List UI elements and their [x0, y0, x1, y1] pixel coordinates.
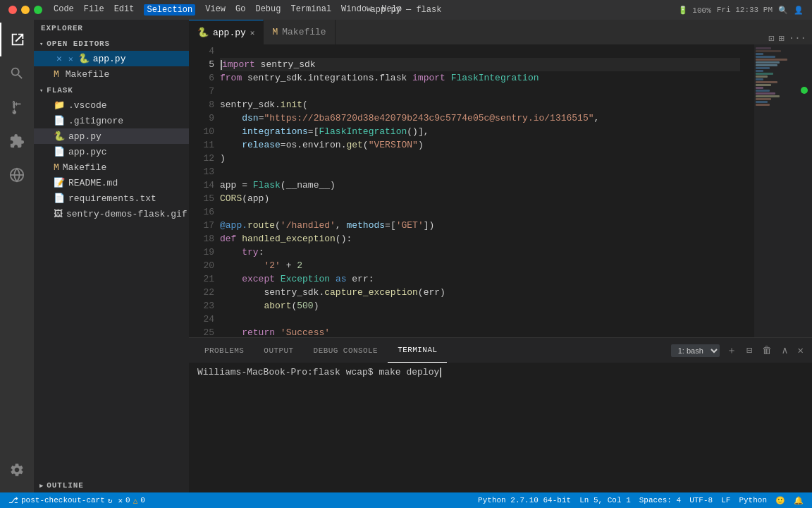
tab-terminal[interactable]: TERMINAL: [388, 338, 447, 363]
code-line-25: return 'Success': [220, 326, 740, 337]
encoding-label: UTF-8: [689, 496, 713, 504]
tab-debug-console[interactable]: DEBUG CONSOLE: [304, 338, 388, 363]
menu-selection[interactable]: Selection: [144, 4, 195, 16]
flask-folder-title[interactable]: ▾ FLASK: [34, 82, 189, 97]
tab-output[interactable]: OUTPUT: [254, 338, 303, 363]
tab-apppy[interactable]: 🐍 app.py ✕: [189, 20, 264, 44]
menu-view[interactable]: View: [205, 4, 226, 16]
tab-problems[interactable]: PROBLEMS: [195, 338, 254, 363]
terminal-shell-select[interactable]: 1: bash: [671, 344, 720, 357]
gitignore-label: .gitignore: [68, 116, 123, 126]
code-line-11: release=os.environ.get("VERSION"): [220, 138, 740, 152]
terminal-content[interactable]: Williams-MacBook-Pro:flask wcap$ make de…: [189, 363, 812, 492]
panel-tabs: PROBLEMS OUTPUT DEBUG CONSOLE TERMINAL 1…: [189, 338, 812, 363]
menu-go[interactable]: Go: [235, 4, 245, 16]
traffic-lights: [8, 6, 42, 14]
sidebar-gitignore[interactable]: 📄 .gitignore: [34, 113, 189, 128]
search-icon[interactable]: 🔍: [778, 6, 788, 15]
menu-file[interactable]: File: [84, 4, 104, 16]
code-line-19: try:: [220, 246, 740, 259]
outline-section: ▶ OUTLINE: [34, 477, 189, 492]
menu-window[interactable]: Window: [341, 4, 371, 16]
extensions-icon[interactable]: [0, 124, 34, 158]
ln-19: 19: [189, 246, 214, 259]
menu-edit[interactable]: Edit: [114, 4, 135, 16]
split-editor-icon[interactable]: ⊡: [768, 32, 774, 44]
branch-status[interactable]: ⎇ post-checkout-cart ↻: [6, 495, 115, 506]
menu-bar: Code File Edit Selection View Go Debug T…: [54, 4, 402, 16]
sidebar-vscode[interactable]: 📁 .vscode: [34, 97, 189, 113]
notification-status[interactable]: 🔔: [791, 496, 806, 505]
user-icon[interactable]: 👤: [794, 6, 804, 15]
ln-11: 11: [189, 138, 214, 152]
errors-status[interactable]: ✕ 0 △ 0: [115, 496, 147, 505]
new-terminal-icon[interactable]: ＋: [724, 343, 739, 358]
code-line-18: def handled_exception():: [220, 232, 740, 246]
editor-tabs: 🐍 app.py ✕ M Makefile ⊡ ⊞ ···: [189, 20, 812, 44]
ln-7: 7: [189, 85, 214, 98]
open-editors-title[interactable]: ▾ OPEN EDITORS: [34, 35, 189, 51]
title-bar: Code File Edit Selection View Go Debug T…: [0, 0, 812, 20]
eol-status[interactable]: LF: [718, 496, 733, 504]
menu-terminal[interactable]: Terminal: [290, 4, 331, 16]
smiley-status[interactable]: 🙂: [773, 496, 788, 505]
code-line-22: sentry_sdk.capture_exception(err): [220, 286, 740, 299]
open-editor-apppy[interactable]: ✕ ✕ 🐍 app.py: [34, 51, 189, 66]
python-version-status[interactable]: Python 2.7.10 64-bit: [475, 496, 574, 504]
settings-icon[interactable]: [0, 453, 34, 487]
ln-24: 24: [189, 313, 214, 326]
search-activity-icon[interactable]: [0, 56, 34, 90]
sidebar-apppy[interactable]: 🐍 app.py: [34, 128, 189, 144]
close-button[interactable]: [8, 6, 17, 14]
gif-label: sentry-demos-flask.gif: [66, 209, 187, 219]
tab-apppy-icon: 🐍: [197, 27, 209, 38]
menu-debug[interactable]: Debug: [255, 4, 281, 16]
sidebar-makefile[interactable]: M Makefile: [34, 159, 189, 175]
tab-actions: ⊡ ⊞ ···: [768, 32, 812, 44]
code-line-13: [220, 165, 740, 179]
terminal-cursor: [440, 368, 441, 377]
ln-14: 14: [189, 179, 214, 192]
sidebar-readme[interactable]: 📝 README.md: [34, 175, 189, 190]
explorer-icon[interactable]: [0, 23, 34, 56]
tab-makefile[interactable]: M Makefile: [264, 20, 335, 44]
remote-icon[interactable]: [0, 158, 34, 192]
position-status[interactable]: Ln 5, Col 1: [577, 496, 634, 504]
branch-name: post-checkout-cart: [21, 496, 105, 504]
terminal-prompt: Williams-MacBook-Pro:flask wcap$ make de…: [197, 367, 439, 377]
apppyc-icon: 📄: [54, 146, 65, 157]
time: Fri 12:33 PM: [717, 6, 773, 14]
flask-chevron: ▾: [39, 87, 44, 95]
bottom-panel: PROBLEMS OUTPUT DEBUG CONSOLE TERMINAL 1…: [189, 337, 812, 492]
smiley-icon: 🙂: [775, 496, 785, 505]
sidebar-gif[interactable]: 🖼 sentry-demos-flask.gif: [34, 206, 189, 222]
code-lines[interactable]: import sentry_sdk from sentry_sdk.integr…: [220, 44, 754, 337]
kill-terminal-icon[interactable]: 🗑: [759, 344, 775, 358]
source-control-icon[interactable]: [0, 90, 34, 124]
layout-icon[interactable]: ⊞: [778, 32, 784, 44]
panel-close-icon[interactable]: ✕: [795, 343, 806, 358]
menu-code[interactable]: Code: [54, 4, 74, 16]
close-apppy-icon[interactable]: ✕: [68, 54, 73, 64]
code-editor[interactable]: 4 5 6 7 8 9 10 11 12 13 14 15 16 17: [189, 44, 812, 337]
maximize-button[interactable]: [34, 6, 42, 14]
more-actions-icon[interactable]: ···: [789, 32, 806, 44]
split-terminal-icon[interactable]: ⊟: [744, 343, 755, 358]
code-line-12: ): [220, 152, 740, 165]
battery-icon: 🔋 100%: [678, 6, 711, 15]
language-status[interactable]: Python: [736, 496, 770, 504]
sidebar-apppyc[interactable]: 📄 app.pyc: [34, 144, 189, 159]
sidebar-requirements[interactable]: 📄 requirements.txt: [34, 190, 189, 206]
outline-title[interactable]: ▶ OUTLINE: [34, 477, 189, 492]
panel-maximize-icon[interactable]: ∧: [779, 343, 790, 358]
encoding-status[interactable]: UTF-8: [687, 496, 715, 504]
open-editor-makefile[interactable]: M Makefile: [34, 66, 189, 82]
main-layout: EXPLORER ▾ OPEN EDITORS ✕ ✕ 🐍 app.py M M…: [0, 20, 812, 492]
tab-apppy-close[interactable]: ✕: [250, 28, 255, 37]
minimize-button[interactable]: [21, 6, 30, 14]
open-editors-section: ▾ OPEN EDITORS ✕ ✕ 🐍 app.py M Makefile: [34, 35, 189, 82]
spaces-status[interactable]: Spaces: 4: [636, 496, 684, 504]
error-count: 0: [125, 496, 130, 504]
code-line-16: [220, 205, 740, 219]
python-version-label: Python 2.7.10 64-bit: [478, 496, 571, 504]
